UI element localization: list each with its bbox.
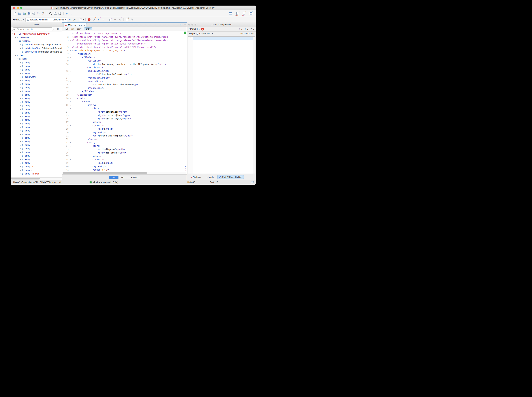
fold-toggle-icon[interactable]: ▾ — [70, 52, 72, 56]
outline-item-teiHeader[interactable]: ▼teiHeader — [11, 36, 62, 39]
disclosure-closed-icon[interactable]: ▶ — [19, 144, 22, 146]
xpath-expression-editor[interactable]: 1 — [188, 36, 255, 174]
jump-last-edit-button[interactable]: ↙ — [65, 11, 70, 16]
disclosure-closed-icon[interactable]: ▶ — [19, 108, 22, 110]
search-button[interactable] — [48, 11, 53, 16]
outline-item-publicationStmt[interactable]: ▶publicationStmtPublication Information — [11, 46, 62, 50]
outline-item-entry[interactable]: ▶entry — [11, 79, 62, 82]
outline-item-entry[interactable]: ▶entry — [11, 158, 62, 161]
outline-item-body[interactable]: ▼body — [11, 57, 62, 61]
fold-toggle-icon[interactable]: ▾ — [70, 49, 72, 52]
code-line[interactable]: 33▾ <entry> — [62, 141, 187, 144]
outline-item-entry[interactable]: ▶entry — [11, 72, 62, 75]
fold-toggle-icon[interactable]: ▾ — [70, 104, 72, 107]
outline-item-entry[interactable]: ▶entry... — [11, 168, 62, 172]
outline-settings-button[interactable]: ⚙▾ — [57, 28, 60, 30]
panel-minimize-icon[interactable] — [191, 24, 193, 25]
validate-button[interactable]: ✓▾ — [80, 18, 84, 22]
disclosure-closed-icon[interactable]: ▶ — [19, 148, 22, 149]
outline-item-superEntry[interactable]: ▶superEntry — [11, 75, 62, 79]
builder-settings-icon[interactable]: ⚙▾ — [250, 28, 254, 31]
code-line[interactable]: 12▾ <publicationStmt> — [62, 69, 187, 73]
outline-item-entry[interactable]: ▶entry — [11, 147, 62, 150]
configure-transformation-button[interactable]: * — [92, 18, 96, 22]
print-button[interactable] — [32, 11, 36, 16]
scroll-up-icon[interactable]: ▲ — [185, 168, 186, 169]
disclosure-closed-icon[interactable]: ▶ — [19, 94, 22, 96]
xpath-version-select[interactable]: XPath 2.0▾ — [13, 19, 24, 21]
disclosure-open-icon[interactable]: ▼ — [17, 40, 19, 42]
fold-toggle-icon[interactable]: ▾ — [70, 168, 72, 172]
outline-item-entry[interactable]: ▶entry — [11, 68, 62, 72]
spell-check-button[interactable]: ABC✓ — [41, 11, 45, 16]
code-line[interactable]: 1<?xml version="1.0" encoding="UTF-8"?> — [62, 32, 187, 35]
disclosure-closed-icon[interactable]: ▶ — [19, 98, 22, 99]
disclosure-closed-icon[interactable]: ▶ — [19, 119, 22, 121]
code-line[interactable]: 29 <pos>n</pos> — [62, 127, 187, 131]
panel-tab-model[interactable]: ◆Model — [205, 175, 216, 179]
disclosure-closed-icon[interactable]: ▶ — [19, 65, 22, 67]
outline-item-sourceDesc[interactable]: ▶sourceDescInformation about the source — [11, 50, 62, 54]
outline-item-text[interactable]: ▼text — [11, 54, 62, 57]
code-line[interactable]: 6▾<TEI xmlns="http://www.tei-c.org/ns/1.… — [62, 49, 187, 52]
code-line[interactable]: 26 <pron>k@m"petit@(r)</pron> — [62, 117, 187, 120]
panel-tab-xpath-xquery-builder[interactable]: //XPath/XQuery Builder — [217, 175, 244, 179]
outline-item-entry[interactable]: ▶entry"foreign" — [11, 172, 62, 175]
reload-button[interactable]: ↻ — [36, 11, 41, 16]
mode-tab-grid[interactable]: Grid — [119, 176, 128, 179]
outline-item-entry[interactable]: ▶entry — [11, 97, 62, 100]
outline-item-entry[interactable]: ▶entry — [11, 100, 62, 104]
fold-toggle-icon[interactable]: ▾ — [70, 158, 72, 161]
xslt-transform-button[interactable]: *XSLT — [235, 11, 240, 16]
fold-toggle-icon[interactable]: ▾ — [70, 100, 72, 104]
disclosure-closed-icon[interactable]: ▶ — [19, 62, 22, 63]
disclosure-closed-icon[interactable]: ▶ — [19, 69, 22, 71]
open-folder-button[interactable] — [17, 11, 22, 16]
disclosure-closed-icon[interactable]: ▶ — [19, 76, 22, 78]
fold-toggle-icon[interactable]: ▾ — [70, 97, 72, 100]
code-line[interactable]: 24 <orth>competitor</orth> — [62, 110, 187, 114]
fold-toggle-icon[interactable]: ▾ — [70, 56, 72, 59]
code-line[interactable]: 27 </form> — [62, 120, 187, 124]
scrollbar-thumb[interactable] — [63, 172, 147, 174]
code-line[interactable]: 18 </fileDesc> — [62, 90, 187, 93]
disclosure-closed-icon[interactable]: ▶ — [19, 166, 22, 167]
code-line[interactable]: 5<?xml-stylesheet type="text/xsl" href="… — [62, 46, 187, 49]
chevron-down-icon[interactable]: ▾ — [212, 33, 213, 34]
outline-item-titleStmt[interactable]: ▶titleStmtDictionary samples from the TE… — [11, 43, 62, 46]
code-line[interactable]: 40 </gramGrp> — [62, 165, 187, 168]
execute-xpath-combo[interactable]: Execute XPath on 'Current File' ▾ — [25, 18, 67, 22]
code-line[interactable]: 10 <title>Dictionary samples from the TE… — [62, 62, 187, 66]
disclosure-open-icon[interactable]: ▼ — [14, 55, 17, 56]
disclosure-closed-icon[interactable]: ▶ — [19, 44, 22, 46]
navigate-forward-button[interactable]: → — [74, 11, 79, 16]
xpath-settings-button[interactable]: ⚙▾ — [72, 18, 77, 22]
outline-item-entry[interactable]: ▶entry — [11, 93, 62, 97]
transform-settings-button[interactable]: ✎ — [249, 11, 253, 16]
document-tab[interactable]: TEI-combo.xml × — [63, 23, 87, 27]
code-line[interactable]: 8▾ <fileDesc> — [62, 56, 187, 59]
xquery-transform-button[interactable]: *XQ — [242, 11, 247, 16]
pointer-tool-button[interactable] — [130, 18, 134, 22]
disclosure-closed-icon[interactable]: ▶ — [19, 141, 22, 142]
disclosure-closed-icon[interactable]: ▶ — [19, 173, 22, 175]
find-in-files-button[interactable] — [57, 11, 62, 16]
code-line[interactable]: 36 <pron>dIs"pru:f</pron> — [62, 151, 187, 155]
data-source-explorer-button[interactable] — [228, 11, 233, 16]
code-line[interactable]: 14 </publicationStmt> — [62, 76, 187, 80]
fold-toggle-icon[interactable]: ▾ — [70, 59, 72, 62]
element-filter-input[interactable] — [12, 27, 53, 31]
outline-item-entry[interactable]: ▶entry — [11, 140, 62, 143]
disclosure-closed-icon[interactable]: ▶ — [19, 123, 22, 124]
find-replace-button[interactable] — [53, 11, 57, 16]
chevron-down-icon[interactable]: ▾ — [65, 19, 66, 20]
highlight-pen-red-button[interactable]: ✎* — [113, 18, 118, 22]
disclosure-closed-icon[interactable]: ▶ — [19, 80, 22, 81]
disclosure-closed-icon[interactable]: ▶ — [19, 105, 22, 106]
disclosure-closed-icon[interactable]: ▶ — [19, 101, 22, 103]
favorites-star-icon[interactable]: ☆▾ — [239, 28, 242, 31]
code-line[interactable]: 39 <pos>n</pos> — [62, 161, 187, 165]
code-line[interactable]: 7▾ <teiHeader> — [62, 52, 187, 56]
execute-xpath-button[interactable]: ▶ — [201, 28, 204, 31]
outline-item-entry[interactable]: ▶entry — [11, 61, 62, 64]
